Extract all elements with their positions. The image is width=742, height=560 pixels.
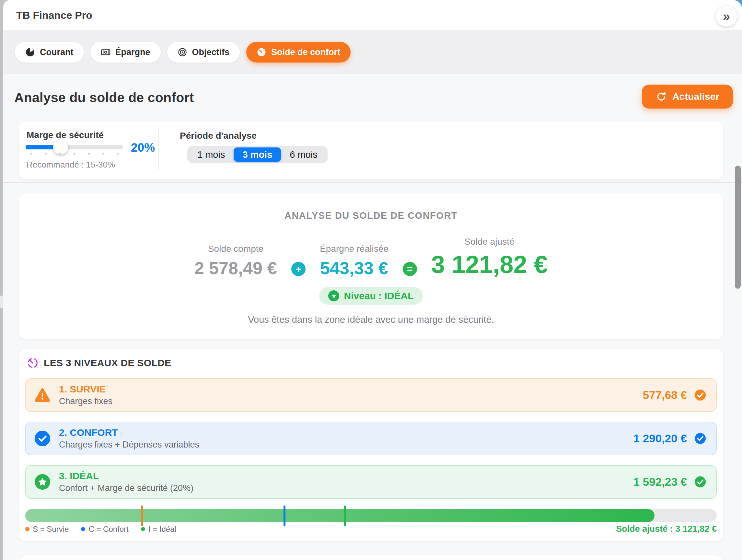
level-badge: ★ Niveau : IDÉAL xyxy=(319,287,423,305)
tab-label: Solde de confort xyxy=(271,47,340,57)
refresh-label: Actualiser xyxy=(672,91,719,102)
level-row-text: 3. IDÉAL Confort + Marge de sécurité (20… xyxy=(59,471,194,493)
tab-label: Épargne xyxy=(115,47,150,57)
level-title: 2. CONFORT xyxy=(59,428,199,438)
margin-value: 20% xyxy=(131,141,155,155)
period-segmented-control: 1 mois 3 mois 6 mois xyxy=(187,146,328,163)
warning-triangle-icon xyxy=(34,387,51,403)
legend-ideal: I = Idéal xyxy=(141,525,176,534)
solde-ajuste-block: Solde ajusté 3 121,82 € xyxy=(431,237,547,277)
margin-slider-ticks xyxy=(31,153,119,155)
pie-chart-icon xyxy=(25,47,35,57)
margin-label: Marge de sécurité xyxy=(26,130,104,140)
green-dot-icon xyxy=(141,527,145,531)
double-chevron-right-icon: » xyxy=(723,9,730,24)
level-subtitle: Charges fixes xyxy=(59,397,112,406)
period-option-3-mois[interactable]: 3 mois xyxy=(233,147,281,162)
level-title: 1. SURVIE xyxy=(59,385,112,394)
gauge-icon xyxy=(257,47,266,57)
app-title: TB Finance Pro xyxy=(16,0,92,31)
refresh-button[interactable]: Actualiser xyxy=(642,85,733,109)
expand-button[interactable]: » xyxy=(716,6,737,27)
level-amount-block: 577,68 € xyxy=(643,388,708,403)
page-title: Analyse du solde de confort xyxy=(14,90,194,105)
period-option-6-mois[interactable]: 6 mois xyxy=(281,147,326,162)
speedometer-icon xyxy=(26,357,39,369)
level-row-text: 1. SURVIE Charges fixes xyxy=(59,385,112,406)
legend-label: C = Confort xyxy=(89,525,128,534)
seal-check-icon xyxy=(693,431,708,446)
solde-ajuste-footer: Solde ajusté : 3 121,82 € xyxy=(616,524,717,534)
epargne-realisee-value: 543,33 € xyxy=(320,259,388,277)
orange-dot-icon xyxy=(25,527,30,531)
tab-toolbar: Courant Épargne Objectifs xyxy=(3,31,742,74)
marker-ideal xyxy=(344,506,346,526)
tab-courant[interactable]: Courant xyxy=(15,42,84,62)
level-amount: 1 290,20 € xyxy=(633,432,687,445)
legend-label: I = Idéal xyxy=(148,525,176,534)
levels-card: LES 3 NIVEAUX DE SOLDE 1. SURVIE Charges… xyxy=(19,349,723,541)
vertical-divider xyxy=(158,129,159,170)
margin-slider-track[interactable] xyxy=(25,145,123,149)
period-option-1-mois[interactable]: 1 mois xyxy=(189,147,233,162)
app-header: TB Finance Pro » xyxy=(3,0,742,31)
window-edge-strip xyxy=(0,0,3,560)
summary-equation: Solde compte 2 578,49 € + Épargne réalis… xyxy=(195,237,547,277)
check-circle-icon xyxy=(34,430,51,447)
plus-icon: + xyxy=(291,262,306,276)
target-icon xyxy=(177,47,187,57)
balance-range-bar xyxy=(25,509,717,522)
solde-compte-block: Solde compte 2 578,49 € xyxy=(195,244,277,277)
level-subtitle: Charges fixes + Dépenses variables xyxy=(59,441,199,449)
summary-caption: Vous êtes dans la zone idéale avec une m… xyxy=(248,314,494,325)
level-badge-label: Niveau : IDÉAL xyxy=(344,290,414,301)
level-title: 3. IDÉAL xyxy=(59,471,194,481)
level-row-ideal: 3. IDÉAL Confort + Marge de sécurité (20… xyxy=(25,465,717,499)
tab-epargne[interactable]: Épargne xyxy=(90,42,161,62)
next-section-card xyxy=(19,555,723,560)
levels-title: LES 3 NIVEAUX DE SOLDE xyxy=(44,357,171,368)
legend-survie: S = Survie xyxy=(25,525,69,534)
filters-card: Marge de sécurité 20% Recommandé : 15-30… xyxy=(19,121,723,179)
summary-card: ANALYSE DU SOLDE DE CONFORT Solde compte… xyxy=(19,194,723,339)
marker-confort xyxy=(283,506,285,526)
seal-check-icon xyxy=(693,388,708,403)
refresh-icon xyxy=(655,91,667,102)
legend-confort: C = Confort xyxy=(81,525,128,534)
levels-header: LES 3 NIVEAUX DE SOLDE xyxy=(26,357,171,369)
solde-compte-value: 2 578,49 € xyxy=(195,259,277,277)
level-amount: 1 592,23 € xyxy=(633,475,687,489)
bar-legend: S = Survie C = Confort I = Idéal Solde a… xyxy=(25,524,717,534)
section-divider xyxy=(3,182,742,183)
app-window: TB Finance Pro » Courant Épargne xyxy=(0,0,742,560)
marker-survie xyxy=(141,506,143,526)
margin-hint: Recommandé : 15-30% xyxy=(26,160,115,170)
scrollbar-thumb[interactable] xyxy=(735,166,741,289)
level-row-confort: 2. CONFORT Charges fixes + Dépenses vari… xyxy=(25,422,717,455)
legend-label: S = Survie xyxy=(33,525,69,534)
tab-label: Objectifs xyxy=(192,47,230,57)
tab-solde-de-confort[interactable]: Solde de confort xyxy=(246,42,351,62)
level-amount-block: 1 592,23 € xyxy=(633,474,708,489)
window-edge-notch xyxy=(0,296,3,308)
tab-group: Courant Épargne Objectifs xyxy=(15,42,351,62)
level-row-survie: 1. SURVIE Charges fixes 577,68 € xyxy=(25,378,717,412)
solde-ajuste-value: 3 121,82 € xyxy=(431,252,547,277)
star-icon: ★ xyxy=(328,290,339,301)
solde-compte-label: Solde compte xyxy=(195,244,277,254)
star-circle-icon xyxy=(34,474,51,490)
tab-label: Courant xyxy=(40,47,73,57)
blue-dot-icon xyxy=(81,527,85,531)
period-label: Période d'analyse xyxy=(180,131,257,141)
solde-ajuste-label: Solde ajusté xyxy=(431,237,547,247)
balance-range-fill xyxy=(25,509,654,522)
summary-heading: ANALYSE DU SOLDE DE CONFORT xyxy=(284,210,458,221)
level-subtitle: Confort + Marge de sécurité (20%) xyxy=(59,484,194,493)
level-amount-block: 1 290,20 € xyxy=(633,431,708,446)
seal-check-icon xyxy=(693,474,708,489)
equals-icon: = xyxy=(403,262,417,276)
level-row-text: 2. CONFORT Charges fixes + Dépenses vari… xyxy=(59,428,199,449)
epargne-realisee-label: Épargne réalisée xyxy=(320,244,388,254)
banknote-icon xyxy=(101,47,110,57)
tab-objectifs[interactable]: Objectifs xyxy=(167,42,240,62)
